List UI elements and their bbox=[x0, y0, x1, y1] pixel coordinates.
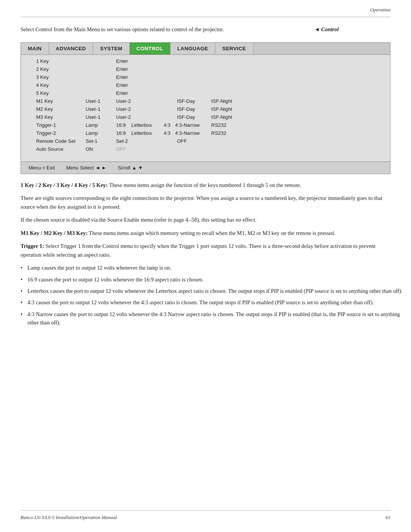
body-text-area: 1 Key / 2 Key / 3 Key / 4 Key / 5 Key: T… bbox=[0, 174, 411, 259]
footer-select-label: Menu Select bbox=[66, 165, 94, 171]
tab-main[interactable]: MAIN bbox=[21, 43, 49, 54]
bullet-list: Lamp causes the port to output 12 volts … bbox=[21, 264, 411, 327]
bullet-lamp: Lamp causes the port to output 12 volts … bbox=[21, 264, 411, 272]
tab-language[interactable]: LANGUAGE bbox=[170, 43, 215, 54]
footer-exit: Menu = Exit bbox=[29, 165, 55, 171]
page-footer: Runco LS-3/LS-5 Installation/Operation M… bbox=[21, 510, 390, 521]
menu-row-2key: 2 Key Enter bbox=[21, 65, 390, 73]
footer-page-number: 61 bbox=[386, 514, 390, 521]
term-trigger1: Trigger 1: bbox=[21, 243, 44, 249]
footer-manual-title: Runco LS-3/LS-5 Installation/Operation M… bbox=[21, 514, 117, 521]
menu-tab-bar: MAIN ADVANCED SYSTEM CONTROL LANGUAGE SE… bbox=[21, 43, 390, 55]
menu-row-trigger1: Trigger-1 Lamp 16:9 Letterbox 4:3 4:3-Na… bbox=[21, 121, 390, 129]
menu-row-4key: 4 Key Enter bbox=[21, 81, 390, 89]
menu-row-m3key: M3 Key User-1 User-2 ISF-Day ISF-Night bbox=[21, 113, 390, 121]
paragraph-m-keys: M1 Key / M2 Key / M3 Key: These menu ite… bbox=[21, 229, 390, 237]
menu-row-m2key: M2 Key User-1 User-2 ISF-Day ISF-Night bbox=[21, 105, 390, 113]
menu-footer: Menu = Exit Menu Select ◄ ► Scroll ▲ ▼ bbox=[21, 161, 390, 174]
menu-spacer bbox=[21, 153, 390, 159]
tab-service[interactable]: SERVICE bbox=[215, 43, 253, 54]
menu-row-auto-source: Auto Source ON OFF bbox=[21, 145, 390, 153]
menu-row-trigger2: Trigger-2 Lamp 16:9 Letterbox 4:3 4:3-Na… bbox=[21, 129, 390, 137]
left-arrow-icon: ◄ ► bbox=[95, 165, 106, 171]
bullet-letterbox: Letterbox causes the port to output 12 v… bbox=[21, 287, 411, 295]
footer-exit-label: Menu = Exit bbox=[29, 165, 55, 171]
menu-row-5key: 5 Key Enter bbox=[21, 89, 390, 97]
menu-screenshot: MAIN ADVANCED SYSTEM CONTROL LANGUAGE SE… bbox=[21, 42, 390, 174]
bullet-43narrow: 4:3 Narrow causes the port to output 12 … bbox=[21, 310, 411, 327]
menu-row-3key: 3 Key Enter bbox=[21, 73, 390, 81]
tab-system[interactable]: SYSTEM bbox=[93, 43, 130, 54]
intro-text: Select Control from the Main Menu to set… bbox=[21, 26, 303, 34]
up-down-arrow-icon: ▲ ▼ bbox=[132, 165, 143, 171]
bullet-43: 4:3 causes the port to output 12 volts w… bbox=[21, 298, 411, 307]
menu-row-remote-code: Remote Code Set Set-1 Set-2 OFF bbox=[21, 137, 390, 145]
page-section-label: Operation bbox=[0, 0, 411, 13]
control-sidebar-text: ◄ Control bbox=[314, 26, 339, 33]
tab-advanced[interactable]: ADVANCED bbox=[49, 43, 94, 54]
paragraph-keys: 1 Key / 2 Key / 3 Key / 4 Key / 5 Key: T… bbox=[21, 181, 390, 189]
menu-row-1key: 1 Key Enter bbox=[21, 57, 390, 65]
bullet-169: 16:9 causes the port to output 12 volts … bbox=[21, 275, 411, 284]
footer-scroll-label: Scroll bbox=[118, 165, 131, 171]
sidebar-control-label: ◄ Control bbox=[314, 26, 390, 34]
footer-select: Menu Select ◄ ► bbox=[66, 165, 107, 171]
term-1-5-key: 1 Key / 2 Key / 3 Key / 4 Key / 5 Key: bbox=[21, 182, 108, 188]
menu-rows-area: 1 Key Enter 2 Key Enter 3 Key Enter 4 Ke… bbox=[21, 55, 390, 161]
para-1-text: These menu items assign the function of … bbox=[109, 182, 301, 188]
term-m-keys: M1 Key / M2 Key / M3 Key: bbox=[21, 230, 88, 236]
paragraph-trigger1: Trigger 1: Select Trigger 1 from the Con… bbox=[21, 242, 390, 259]
tab-control[interactable]: CONTROL bbox=[130, 43, 170, 54]
paragraph-source-disabled: If the chosen source is disabled via the… bbox=[21, 216, 390, 224]
menu-row-m1key: M1 Key User-1 User-2 ISF-Day ISF-Night bbox=[21, 97, 390, 105]
footer-scroll: Scroll ▲ ▼ bbox=[118, 165, 143, 171]
paragraph-eight-sources: There are eight sources corresponding to… bbox=[21, 194, 390, 211]
top-section: Select Control from the Main Menu to set… bbox=[0, 17, 411, 34]
